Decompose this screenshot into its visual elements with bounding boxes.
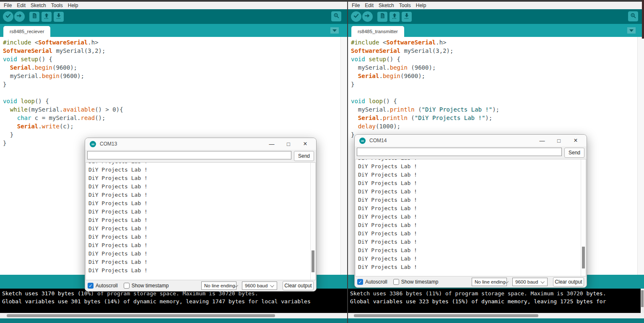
menu-item-sketch[interactable]: Sketch bbox=[376, 3, 397, 8]
arduino-ide-window: FileEditSketchToolsHelp rs8485_transmitt… bbox=[348, 0, 644, 323]
verify-button[interactable] bbox=[3, 11, 13, 22]
serial-output[interactable]: DiY Projects Lab !DiY Projects Lab !DiY … bbox=[86, 162, 316, 280]
serial-line: DiY Projects Lab ! bbox=[86, 191, 315, 199]
baud-rate-select[interactable]: 9600 baud bbox=[242, 281, 277, 290]
serial-output[interactable]: DiY Projects Lab !DiY Projects Lab !DiY … bbox=[355, 159, 586, 276]
open-button[interactable] bbox=[42, 12, 52, 22]
serial-line: DiY Projects Lab ! bbox=[356, 213, 586, 221]
code-line: mySerial.begin (9600); bbox=[348, 63, 644, 72]
verify-button[interactable] bbox=[351, 11, 361, 22]
save-icon bbox=[55, 13, 62, 21]
send-button[interactable]: Send bbox=[564, 148, 584, 158]
serial-monitor-button[interactable] bbox=[628, 11, 638, 21]
code-line: } bbox=[348, 80, 644, 89]
serial-line: DiY Projects Lab ! bbox=[356, 179, 586, 188]
minimize-button[interactable]: — bbox=[534, 135, 551, 146]
menu-item-edit[interactable]: Edit bbox=[362, 3, 376, 8]
menu-item-help[interactable]: Help bbox=[65, 3, 81, 8]
menu-item-edit[interactable]: Edit bbox=[14, 3, 28, 8]
menu-item-file[interactable]: File bbox=[1, 3, 14, 8]
serial-line-partial: DiY Projects Lab ! bbox=[86, 162, 315, 166]
desktop: FileEditSketchToolsHelp rs8485_reciever … bbox=[0, 0, 644, 323]
build-console: Sketch uses 3386 bytes (11%) of program … bbox=[348, 289, 644, 313]
serial-monitor-button[interactable] bbox=[331, 11, 341, 21]
new-button[interactable] bbox=[29, 12, 39, 22]
show-timestamp-checkbox[interactable] bbox=[393, 279, 399, 285]
sketch-tab[interactable]: rs8485_reciever bbox=[3, 26, 50, 37]
baud-rate-value: 9600 baud bbox=[515, 279, 538, 284]
serial-output-scrollbar-thumb[interactable] bbox=[312, 250, 314, 272]
sketch-tab-label: rs8485_transmitter bbox=[358, 29, 398, 34]
serial-line: DiY Projects Lab ! bbox=[86, 199, 315, 208]
code-lines: #include <SoftwareSerial.h>SoftwareSeria… bbox=[0, 38, 347, 147]
menu-item-file[interactable]: File bbox=[349, 3, 362, 8]
autoscroll-checkbox[interactable]: ✓ bbox=[357, 279, 363, 285]
menu-item-sketch[interactable]: Sketch bbox=[28, 3, 49, 8]
serial-monitor-title: COM14 bbox=[369, 138, 387, 143]
tab-strip: rs8485_reciever bbox=[0, 24, 347, 37]
menu-bar: FileEditSketchToolsHelp bbox=[0, 2, 347, 9]
save-button[interactable] bbox=[402, 12, 412, 22]
code-line: Serial.begin(9600); bbox=[0, 63, 347, 72]
new-button[interactable] bbox=[377, 12, 387, 22]
serial-monitor-controls: ✓ Autoscroll Show timestamp No line endi… bbox=[355, 276, 587, 287]
serial-line: DiY Projects Lab ! bbox=[86, 224, 315, 233]
open-icon bbox=[43, 13, 50, 21]
baud-rate-select[interactable]: 9600 baud bbox=[512, 278, 548, 286]
line-ending-select[interactable]: No line ending bbox=[472, 278, 507, 286]
console-line-2: Global variables use 301 bytes (14%) of … bbox=[2, 297, 347, 305]
tab-list-dropdown-button[interactable] bbox=[330, 27, 339, 34]
upload-button[interactable] bbox=[362, 11, 373, 22]
code-line: while(mySerial.available() > 0){ bbox=[0, 105, 347, 114]
serial-output-lines: DiY Projects Lab !DiY Projects Lab !DiY … bbox=[86, 162, 315, 275]
serial-line: DiY Projects Lab ! bbox=[356, 204, 586, 213]
upload-button[interactable] bbox=[14, 11, 25, 22]
serial-output-scrollbar[interactable] bbox=[310, 163, 315, 280]
serial-line: DiY Projects Lab ! bbox=[86, 166, 315, 174]
horizontal-scrollbar-thumb[interactable] bbox=[354, 314, 538, 317]
code-line: mySerial.println ("DiY Projects Lab !"); bbox=[348, 105, 644, 114]
save-icon bbox=[403, 13, 410, 21]
console-scrollbar[interactable] bbox=[641, 289, 644, 313]
horizontal-scrollbar[interactable] bbox=[348, 313, 644, 318]
serial-monitor-titlebar[interactable]: ∞ COM13 — □ × bbox=[85, 138, 316, 150]
serial-monitor-titlebar[interactable]: ∞ COM14 — □ × bbox=[355, 135, 587, 146]
console-scrollbar-thumb[interactable] bbox=[641, 290, 644, 307]
arduino-infinity-icon: ∞ bbox=[90, 141, 96, 147]
menu-item-help[interactable]: Help bbox=[413, 3, 429, 8]
serial-line: DiY Projects Lab ! bbox=[86, 216, 315, 224]
serial-output-lines: DiY Projects Lab !DiY Projects Lab !DiY … bbox=[356, 159, 586, 271]
send-button[interactable]: Send bbox=[294, 151, 314, 161]
serial-monitor-title: COM13 bbox=[100, 141, 117, 147]
serial-output-scrollbar[interactable] bbox=[581, 159, 586, 276]
code-line: void loop() { bbox=[348, 97, 644, 105]
menu-item-tools[interactable]: Tools bbox=[397, 3, 413, 8]
clear-output-button[interactable]: Clear output bbox=[553, 277, 584, 287]
minimize-button[interactable]: — bbox=[263, 138, 280, 150]
serial-output-scrollbar-thumb[interactable] bbox=[582, 247, 585, 268]
horizontal-scrollbar-thumb[interactable] bbox=[7, 314, 275, 317]
sketch-tab[interactable]: rs8485_transmitter bbox=[351, 26, 404, 37]
autoscroll-checkbox[interactable]: ✓ bbox=[88, 283, 93, 289]
editor-scrollbar[interactable] bbox=[340, 37, 347, 275]
serial-send-input[interactable] bbox=[357, 148, 562, 156]
save-button[interactable] bbox=[54, 12, 64, 22]
code-line bbox=[0, 89, 347, 97]
serial-line: DiY Projects Lab ! bbox=[356, 171, 586, 179]
clear-output-button[interactable]: Clear output bbox=[283, 281, 314, 290]
close-button[interactable]: × bbox=[567, 135, 584, 146]
maximize-button[interactable]: □ bbox=[551, 135, 567, 146]
serial-send-input[interactable] bbox=[87, 151, 291, 159]
horizontal-scrollbar[interactable] bbox=[0, 313, 347, 318]
code-line: Serial.begin(9600); bbox=[348, 72, 644, 80]
close-button[interactable]: × bbox=[297, 138, 314, 150]
show-timestamp-checkbox[interactable] bbox=[124, 283, 130, 289]
open-button[interactable] bbox=[390, 12, 400, 22]
maximize-button[interactable]: □ bbox=[280, 138, 297, 150]
line-ending-select[interactable]: No line ending bbox=[201, 281, 236, 290]
menu-item-tools[interactable]: Tools bbox=[49, 3, 65, 8]
editor-scrollbar[interactable] bbox=[637, 37, 644, 275]
tab-list-dropdown-button[interactable] bbox=[627, 27, 636, 34]
autoscroll-label: Autoscroll bbox=[365, 279, 387, 285]
open-icon bbox=[391, 13, 398, 21]
